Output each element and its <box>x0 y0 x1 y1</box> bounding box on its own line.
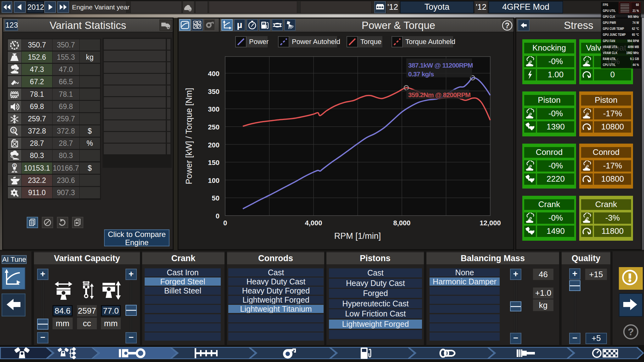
svg-text:Power [kW] / Torque [Nm]: Power [kW] / Torque [Nm] <box>184 88 194 184</box>
svg-text:$: $ <box>12 128 15 133</box>
svg-text:12,000: 12,000 <box>480 219 501 227</box>
svg-text:150: 150 <box>208 159 219 167</box>
svg-text:0.37 kg/s: 0.37 kg/s <box>408 70 434 78</box>
svg-text:0: 0 <box>223 219 227 227</box>
svg-text:50: 50 <box>212 194 219 202</box>
svg-text:8,000: 8,000 <box>393 219 410 227</box>
svg-text:387.1kW @ 11200RPM: 387.1kW @ 11200RPM <box>408 62 473 69</box>
svg-text:400: 400 <box>208 70 219 78</box>
svg-text:200: 200 <box>208 141 219 149</box>
svg-text:0: 0 <box>216 212 219 220</box>
svg-text:250: 250 <box>208 123 219 131</box>
svg-text:350: 350 <box>208 88 219 96</box>
svg-text:300: 300 <box>208 105 219 113</box>
svg-text:359.2Nm @ 8200RPM: 359.2Nm @ 8200RPM <box>408 91 471 98</box>
svg-text:RPM [1/min]: RPM [1/min] <box>334 231 381 241</box>
svg-text:100: 100 <box>208 177 219 184</box>
svg-text:?: ? <box>628 326 634 337</box>
svg-text:4,000: 4,000 <box>305 219 322 227</box>
